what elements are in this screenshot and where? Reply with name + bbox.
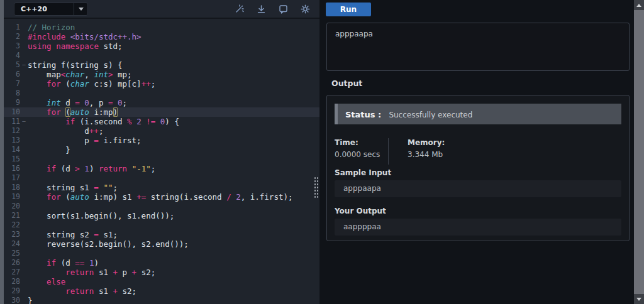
code-line[interactable]: 24 reverse(s2.begin(), s2.end()); bbox=[4, 239, 319, 249]
code-line-text: for (auto i:mp) s1 += string(i.second / … bbox=[28, 192, 293, 202]
fold-gutter bbox=[20, 23, 28, 32]
code-line[interactable]: 4 bbox=[4, 51, 319, 60]
code-line[interactable]: 15 bbox=[4, 155, 319, 164]
code-line[interactable]: 1// Horizon bbox=[4, 23, 319, 32]
code-editor-pane: C++20 bbox=[4, 0, 319, 304]
metrics-row: Time: 0.0000 secs Memory: 3.344 Mb bbox=[335, 138, 621, 165]
code-line-text: #include <bits/stdc++.h> bbox=[28, 32, 142, 41]
fold-gutter bbox=[20, 268, 28, 277]
code-line[interactable]: 6 map<char, int> mp; bbox=[4, 70, 319, 79]
editor-toolbar: C++20 bbox=[4, 0, 319, 19]
fold-gutter bbox=[20, 239, 28, 249]
code-line[interactable]: 23 string s2 = s1; bbox=[4, 230, 319, 239]
code-line[interactable]: 27 return s1 + p + s2; bbox=[4, 268, 319, 277]
feedback-icon[interactable] bbox=[277, 3, 289, 14]
code-line[interactable]: 14 } bbox=[4, 145, 319, 155]
code-line-text: using namespace std; bbox=[28, 41, 123, 51]
language-select-arrow[interactable] bbox=[74, 3, 87, 15]
fold-gutter bbox=[20, 258, 28, 268]
code-line[interactable]: 18 string s1 = ""; bbox=[4, 183, 319, 192]
settings-gear-icon[interactable] bbox=[299, 3, 311, 14]
fold-gutter bbox=[20, 192, 28, 202]
beautify-wand-icon[interactable] bbox=[233, 3, 245, 14]
line-number: 1 bbox=[4, 23, 20, 32]
fold-gutter bbox=[20, 230, 28, 239]
memory-value: 3.344 Mb bbox=[408, 150, 445, 159]
fold-gutter bbox=[20, 107, 28, 117]
code-area[interactable]: 1// Horizon2#include <bits/stdc++.h>3usi… bbox=[4, 19, 319, 304]
code-line[interactable]: 10 for (auto i:mp) bbox=[4, 107, 319, 117]
code-line[interactable]: 3using namespace std; bbox=[4, 41, 319, 51]
fold-marker-icon[interactable]: – bbox=[20, 117, 28, 126]
status-bar: Status : Successfully executed bbox=[335, 104, 621, 124]
line-number: 23 bbox=[4, 230, 20, 239]
code-line[interactable]: 16 if (d > 1) return "-1"; bbox=[4, 164, 319, 173]
code-line[interactable]: 12 d++; bbox=[4, 126, 319, 136]
download-icon[interactable] bbox=[255, 3, 267, 14]
code-line[interactable]: 7 for (char c:s) mp[c]++; bbox=[4, 79, 319, 89]
pane-resize-handle[interactable] bbox=[314, 176, 319, 198]
fold-marker-icon[interactable]: – bbox=[20, 60, 28, 70]
fold-gutter bbox=[20, 220, 28, 230]
code-line[interactable]: 8 bbox=[4, 89, 319, 98]
fold-gutter bbox=[20, 126, 28, 136]
code-line[interactable]: 28 else bbox=[4, 277, 319, 286]
code-line[interactable]: 21 sort(s1.begin(), s1.end()); bbox=[4, 211, 319, 220]
line-number: 11 bbox=[4, 117, 20, 126]
code-line[interactable]: 30} bbox=[4, 296, 319, 304]
code-line[interactable]: 29 return s1 + s2; bbox=[4, 286, 319, 296]
line-number: 12 bbox=[4, 126, 20, 136]
language-select-value: C++20 bbox=[14, 5, 74, 13]
code-line[interactable]: 11– if (i.second % 2 != 0) { bbox=[4, 117, 319, 126]
scrollbar-thumb[interactable] bbox=[634, 10, 644, 294]
code-line-text: d++; bbox=[28, 126, 103, 136]
code-line-text: string s1 = ""; bbox=[28, 183, 118, 192]
scrollbar-down-arrow-icon[interactable] bbox=[634, 294, 644, 304]
memory-label: Memory: bbox=[408, 138, 445, 147]
line-number: 8 bbox=[4, 89, 20, 98]
line-number: 29 bbox=[4, 286, 20, 296]
code-line[interactable]: 9 int d = 0, p = 0; bbox=[4, 98, 319, 107]
code-line[interactable]: 2#include <bits/stdc++.h> bbox=[4, 32, 319, 41]
code-line[interactable]: 20 bbox=[4, 202, 319, 211]
line-number: 2 bbox=[4, 32, 20, 41]
fold-gutter bbox=[20, 98, 28, 107]
sample-input-value: apppaapa bbox=[335, 180, 621, 197]
line-number: 6 bbox=[4, 70, 20, 79]
language-select[interactable]: C++20 bbox=[14, 3, 88, 16]
line-number: 24 bbox=[4, 239, 20, 249]
code-line[interactable]: 19 for (auto i:mp) s1 += string(i.second… bbox=[4, 192, 319, 202]
line-number: 5 bbox=[4, 60, 20, 70]
code-line-text: return s1 + p + s2; bbox=[28, 268, 155, 277]
code-line[interactable]: 5–string f(string s) { bbox=[4, 60, 319, 70]
fold-gutter bbox=[20, 277, 28, 286]
code-line-text: if (i.second % 2 != 0) { bbox=[28, 117, 179, 126]
code-line[interactable]: 22 bbox=[4, 220, 319, 230]
your-output-label: Your Output bbox=[335, 207, 386, 215]
vertical-scrollbar[interactable] bbox=[634, 0, 644, 304]
scrollbar-up-arrow-icon[interactable] bbox=[634, 0, 644, 10]
code-line[interactable]: 13 p = i.first; bbox=[4, 136, 319, 145]
execution-result-card: Status : Successfully executed Time: 0.0… bbox=[326, 95, 630, 241]
line-number: 16 bbox=[4, 164, 20, 173]
line-number: 7 bbox=[4, 79, 20, 89]
line-number: 9 bbox=[4, 98, 20, 107]
fold-gutter bbox=[20, 173, 28, 183]
code-line[interactable]: 17 bbox=[4, 173, 319, 183]
custom-input-textarea[interactable]: apppaapa bbox=[326, 23, 630, 71]
code-line-text: return s1 + s2; bbox=[28, 286, 136, 296]
line-number: 18 bbox=[4, 183, 20, 192]
code-line-text: if (d > 1) return "-1"; bbox=[28, 164, 155, 173]
code-line-text: string f(string s) { bbox=[28, 60, 123, 70]
fold-gutter bbox=[20, 202, 28, 211]
chevron-down-icon bbox=[79, 8, 84, 11]
code-line[interactable]: 26 if (d == 1) bbox=[4, 258, 319, 268]
run-button[interactable]: Run bbox=[326, 3, 371, 16]
memory-metric: Memory: 3.344 Mb bbox=[389, 138, 445, 165]
line-number: 28 bbox=[4, 277, 20, 286]
line-number: 27 bbox=[4, 268, 20, 277]
code-line[interactable]: 25 bbox=[4, 249, 319, 258]
fold-gutter bbox=[20, 183, 28, 192]
line-number: 10 bbox=[4, 107, 20, 117]
code-line-text: for (auto i:mp) bbox=[28, 107, 118, 117]
